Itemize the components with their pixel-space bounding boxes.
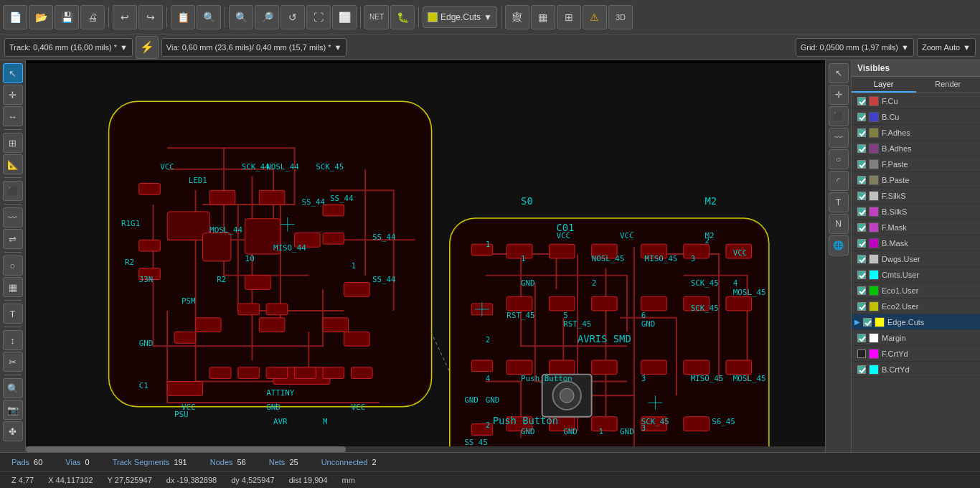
zoom-area-button[interactable]: ⬜ xyxy=(332,5,357,29)
layer-item[interactable]: B.Mask xyxy=(852,235,980,251)
print-button[interactable]: 🖨 xyxy=(80,5,105,29)
undo-button[interactable]: ↩ xyxy=(113,5,137,29)
layer-checkbox[interactable] xyxy=(857,223,866,232)
status-bar: Pads 60 Vias 0 Track Segments 191 Nodes … xyxy=(0,452,980,488)
layer-checkbox[interactable] xyxy=(857,302,866,311)
redo-button[interactable]: ↪ xyxy=(138,5,163,29)
layer-item[interactable]: Eco2.User xyxy=(852,299,980,314)
layer-checkbox[interactable] xyxy=(857,97,866,105)
add-via[interactable]: ○ xyxy=(3,255,23,276)
svg-text:AVRIS SMD: AVRIS SMD xyxy=(578,333,631,344)
layer-dropdown[interactable]: Edge.Cuts ▼ xyxy=(423,6,497,28)
track-select[interactable]: Track: 0,406 mm (16,00 mils) * ▼ xyxy=(4,38,133,57)
layer-item[interactable]: B.SilkS xyxy=(852,204,980,220)
zoom-fit-button[interactable]: ⛶ xyxy=(306,5,331,29)
layer-item[interactable]: F.Cu xyxy=(852,93,980,109)
layer-item[interactable]: F.Paste xyxy=(852,156,980,172)
drc-button[interactable]: 🔍 xyxy=(197,5,221,29)
layer-item[interactable]: B.Paste xyxy=(852,172,980,188)
via-select[interactable]: Via: 0,60 mm (23,6 mils)/ 0,40 mm (15,7 … xyxy=(161,38,347,57)
circle-tool[interactable]: ○ xyxy=(829,149,849,169)
add-footprint[interactable]: ⬛ xyxy=(3,181,23,201)
globe-tool[interactable]: 🌐 xyxy=(829,235,849,255)
layer-item[interactable]: B.CrtYd xyxy=(852,362,980,377)
grid-select[interactable]: Grid: 0,0500 mm (1,97 mils) ▼ xyxy=(796,38,914,57)
select-tool[interactable]: ↖ xyxy=(3,63,23,83)
route-icon[interactable]: ⚡ xyxy=(136,36,159,59)
zoom-select[interactable]: Zoom Auto ▼ xyxy=(917,38,976,57)
nets-stat: Nets 25 xyxy=(269,458,298,466)
layer-checkbox[interactable] xyxy=(857,144,866,153)
cross-tool[interactable]: ✛ xyxy=(829,85,849,105)
svg-text:GND: GND xyxy=(266,403,281,412)
net-inspect-button[interactable]: NET xyxy=(364,5,389,29)
arc-tool[interactable]: ◜ xyxy=(829,171,849,191)
plot-button[interactable]: 📋 xyxy=(171,5,195,29)
tab-layer[interactable]: Layer xyxy=(852,77,916,93)
dimension-tool[interactable]: ↕ xyxy=(3,330,23,350)
inspect-tool[interactable]: ✛ xyxy=(3,85,23,105)
layer-checkbox[interactable] xyxy=(857,176,866,184)
canvas-scrollbar[interactable] xyxy=(26,446,825,452)
scroll-thumb[interactable] xyxy=(26,446,346,452)
add-text[interactable]: T xyxy=(3,304,23,324)
3d-button[interactable]: 3D xyxy=(608,5,633,29)
layer-checkbox[interactable] xyxy=(857,207,866,216)
layer-item[interactable]: F.CrtYd xyxy=(852,346,980,362)
layer-checkbox[interactable] xyxy=(857,160,866,169)
text-tool[interactable]: T xyxy=(829,192,849,212)
layer-item[interactable]: B.Cu xyxy=(852,109,980,125)
move-tool[interactable]: ↔ xyxy=(3,106,23,126)
layer-checkbox[interactable] xyxy=(863,318,872,327)
misc-tool[interactable]: ✤ xyxy=(3,421,23,441)
layer-item[interactable]: F.Adhes xyxy=(852,125,980,141)
layer-checkbox[interactable] xyxy=(857,128,866,137)
layer-item[interactable]: B.Adhes xyxy=(852,141,980,156)
layer-item[interactable]: Margin xyxy=(852,330,980,346)
cursor-tool[interactable]: ↖ xyxy=(829,63,849,83)
layer-checkbox[interactable] xyxy=(857,192,866,200)
pads-value: 60 xyxy=(34,458,42,466)
zoom-out-button[interactable]: 🔎 xyxy=(255,5,279,29)
layer-checkbox[interactable] xyxy=(857,286,866,295)
grid-button[interactable]: ⊞ xyxy=(557,5,581,29)
search-tool[interactable]: 🔍 xyxy=(3,378,23,398)
zoom-refresh-button[interactable]: ↺ xyxy=(281,5,305,29)
zoom-in-button[interactable]: 🔍 xyxy=(229,5,253,29)
layer-checkbox[interactable] xyxy=(857,334,866,342)
layer-item[interactable]: F.Mask xyxy=(852,220,980,235)
save-button[interactable]: 💾 xyxy=(55,5,79,29)
canvas-area[interactable]: LED1 R1G1 R2 PSM C1 ATTINY AVR PSU J3N R… xyxy=(26,60,825,452)
layer-checkbox[interactable] xyxy=(857,239,866,248)
layer-checkbox[interactable] xyxy=(857,113,866,121)
measure-tool[interactable]: 📐 xyxy=(3,154,23,174)
layer-item[interactable]: ▶Edge.Cuts xyxy=(852,314,980,330)
layer-color-indicator xyxy=(428,12,438,22)
ratsnest-button[interactable]: 🕸 xyxy=(505,5,529,29)
delete-tool[interactable]: ✂ xyxy=(3,352,23,372)
open-button[interactable]: 📂 xyxy=(29,5,53,29)
svg-rect-84 xyxy=(726,360,751,375)
layer-item[interactable]: Dwgs.User xyxy=(852,251,980,267)
layer-checkbox[interactable] xyxy=(857,271,866,279)
bug-button[interactable]: 🐛 xyxy=(390,5,415,29)
layer-item[interactable]: Eco1.User xyxy=(852,283,980,299)
add-zone[interactable]: ▦ xyxy=(3,277,23,297)
photo-tool[interactable]: 📷 xyxy=(3,400,23,420)
fill-zones-button[interactable]: ▦ xyxy=(531,5,555,29)
route-tool[interactable]: 〰 xyxy=(829,128,849,148)
warning-button[interactable]: ⚠ xyxy=(583,5,607,29)
grid-tool[interactable]: ⊞ xyxy=(3,133,23,153)
layer-item[interactable]: F.SilkS xyxy=(852,188,980,204)
route-track[interactable]: 〰 xyxy=(3,207,23,227)
components-tool[interactable]: ⬛ xyxy=(829,106,849,126)
layer-checkbox[interactable] xyxy=(857,349,866,358)
tab-render[interactable]: Render xyxy=(916,77,981,93)
north-tool[interactable]: N xyxy=(829,214,849,234)
layer-item[interactable]: Cmts.User xyxy=(852,267,980,283)
layer-checkbox[interactable] xyxy=(857,255,866,263)
svg-rect-89 xyxy=(684,417,709,431)
new-button[interactable]: 📄 xyxy=(3,5,27,29)
layer-checkbox[interactable] xyxy=(857,365,866,374)
route-diff[interactable]: ⇌ xyxy=(3,229,23,249)
